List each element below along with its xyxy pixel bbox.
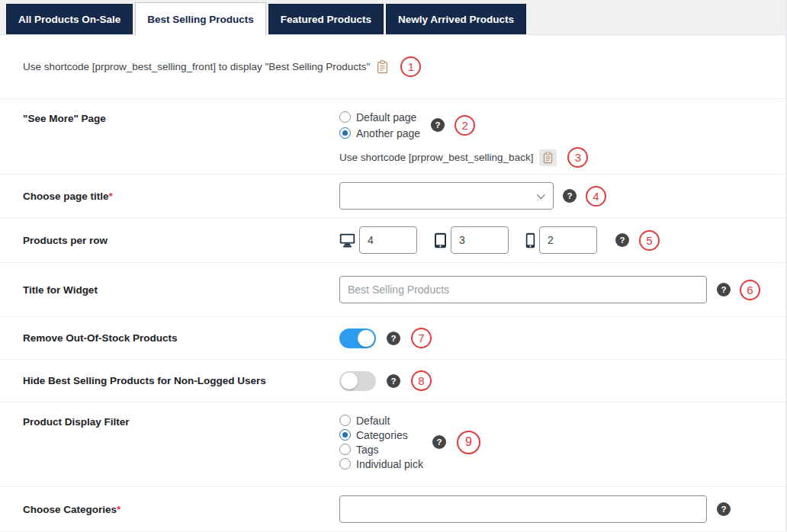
radio-icon[interactable] [339, 429, 351, 441]
shortcode-front-text: Use shortcode [prprow_best_selling_front… [23, 61, 370, 72]
help-icon[interactable]: ? [387, 374, 400, 388]
tab-featured-products[interactable]: Featured Products [268, 4, 384, 34]
radio-label: Categories [356, 429, 408, 441]
page-title-select[interactable] [339, 182, 554, 210]
products-per-row-mobile-input[interactable] [539, 226, 597, 254]
annotation-badge-5: 5 [639, 230, 660, 251]
row-hide-non-logged: Hide Best Selling Products for Non-Logge… [0, 359, 785, 402]
radio-option-another-page[interactable]: Another page [339, 126, 420, 140]
help-icon[interactable]: ? [432, 435, 446, 449]
annotation-badge-3: 3 [567, 147, 588, 168]
radio-label: Default [356, 415, 390, 427]
label-text: Choose Categories [23, 504, 117, 515]
products-per-row-label: Products per row [23, 233, 339, 248]
row-see-more-page: "See More" Page Default page Another pag… [0, 98, 785, 174]
annotation-badge-7: 7 [411, 328, 432, 348]
help-icon[interactable]: ? [387, 332, 400, 345]
products-per-row-desktop-input[interactable] [359, 226, 417, 254]
products-per-row-tablet-input[interactable] [451, 226, 509, 254]
see-more-page-label: "See More" Page [23, 110, 339, 126]
copy-shortcode-button[interactable] [377, 60, 388, 74]
help-icon[interactable]: ? [431, 118, 445, 132]
annotation-badge-2: 2 [455, 115, 475, 136]
row-products-per-row: Products per row ? 5 [0, 217, 785, 262]
help-icon[interactable]: ? [563, 189, 577, 203]
radio-option-default[interactable]: Default [339, 413, 423, 428]
tab-best-selling-products[interactable]: Best Selling Products [135, 2, 266, 35]
choose-categories-input[interactable] [339, 495, 707, 523]
remove-out-of-stock-toggle[interactable] [339, 328, 376, 348]
radio-icon[interactable] [339, 111, 351, 123]
product-display-filter-label: Product Display Filter [23, 413, 339, 429]
radio-label: Tags [356, 444, 379, 456]
row-remove-out-of-stock: Remove Out-Of-Stock Products ? 7 [0, 316, 785, 359]
toggle-knob [341, 373, 358, 389]
clipboard-icon [543, 152, 553, 164]
hide-non-logged-label: Hide Best Selling Products for Non-Logge… [23, 373, 339, 388]
annotation-badge-8: 8 [411, 370, 432, 391]
radio-option-categories[interactable]: Categories [339, 428, 423, 442]
display-filter-radio-group: Default Categories Tags Individual pick [339, 413, 423, 471]
shortcode-back-text: Use shortcode [prprow_best_selling_back] [339, 152, 533, 163]
required-asterisk: * [117, 504, 120, 515]
mobile-icon [525, 232, 535, 248]
clipboard-icon [377, 60, 388, 74]
see-more-controls: Default page Another page ? 2 Use shortc… [339, 110, 588, 168]
desktop-icon [339, 233, 355, 248]
toggle-knob [358, 330, 374, 347]
tab-all-products-on-sale[interactable]: All Products On-Sale [6, 4, 133, 34]
chevron-down-icon [537, 191, 545, 199]
radio-icon[interactable] [339, 415, 351, 426]
row-choose-page-title: Choose page title* ? 4 [0, 174, 785, 217]
tab-bar: All Products On-Sale Best Selling Produc… [0, 0, 785, 35]
row-shortcode-front: Use shortcode [prprow_best_selling_front… [0, 35, 785, 98]
title-for-widget-label: Title for Widget [23, 283, 339, 297]
radio-option-individual-pick[interactable]: Individual pick [339, 457, 423, 471]
help-icon[interactable]: ? [717, 502, 731, 516]
tablet-icon [434, 232, 447, 248]
radio-icon[interactable] [339, 458, 351, 470]
row-product-display-filter: Product Display Filter Default Categorie… [0, 402, 785, 486]
choose-categories-label: Choose Categories* [23, 502, 339, 517]
annotation-badge-9: 9 [457, 431, 480, 454]
row-choose-categories: Choose Categories* ? [0, 486, 785, 532]
help-icon[interactable]: ? [615, 233, 629, 247]
radio-label: Individual pick [356, 458, 423, 470]
annotation-badge-1: 1 [400, 56, 421, 77]
annotation-badge-4: 4 [586, 186, 606, 207]
row-title-for-widget: Title for Widget ? 6 [0, 262, 785, 316]
choose-page-title-label: Choose page title* [23, 189, 339, 204]
widget-title-input[interactable] [339, 276, 707, 303]
radio-option-default-page[interactable]: Default page [339, 110, 420, 124]
radio-option-tags[interactable]: Tags [339, 442, 423, 457]
radio-icon[interactable] [339, 444, 351, 455]
required-asterisk: * [109, 191, 113, 202]
help-icon[interactable]: ? [717, 283, 731, 296]
radio-icon[interactable] [339, 127, 351, 139]
label-text: Choose page title [23, 191, 109, 202]
annotation-badge-6: 6 [740, 280, 760, 300]
radio-label: Default page [356, 111, 416, 123]
hide-non-logged-toggle[interactable] [339, 371, 376, 391]
tab-newly-arrived-products[interactable]: Newly Arrived Products [386, 4, 526, 34]
remove-out-of-stock-label: Remove Out-Of-Stock Products [23, 331, 339, 345]
see-more-radio-group: Default page Another page [339, 110, 420, 140]
radio-label: Another page [356, 127, 420, 139]
copy-shortcode-button[interactable] [539, 149, 557, 166]
